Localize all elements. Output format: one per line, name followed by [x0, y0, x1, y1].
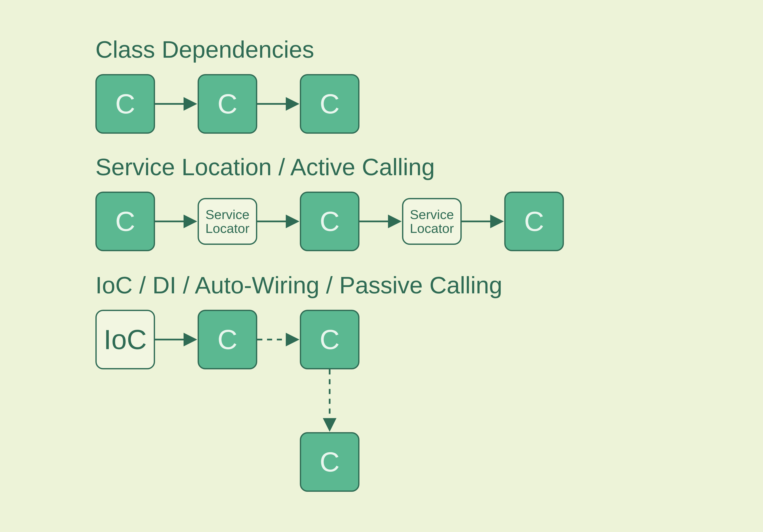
ioc-node-ioc: IoC: [95, 310, 155, 370]
node-label: C: [320, 448, 340, 477]
node-label: C: [320, 89, 340, 119]
node-label: C: [217, 89, 237, 119]
section-title-svc: Service Location / Active Calling: [95, 153, 435, 181]
node-label: C: [115, 207, 135, 236]
svc-node-sl1: Service Locator: [198, 198, 257, 245]
svc-node-c2: C: [300, 192, 360, 251]
svc-node-sl2: Service Locator: [402, 198, 462, 245]
deps-node-c2: C: [198, 74, 257, 134]
svc-node-c1: C: [95, 192, 155, 251]
deps-node-c3: C: [300, 74, 360, 134]
node-label: C: [115, 89, 135, 119]
svc-node-c3: C: [504, 192, 564, 251]
node-label: Service Locator: [205, 208, 250, 235]
node-label: IoC: [104, 325, 147, 354]
node-label: C: [524, 207, 544, 236]
node-label: Service Locator: [410, 208, 454, 235]
ioc-node-c1: C: [198, 310, 257, 370]
node-label: C: [217, 325, 237, 354]
diagram-canvas: Class Dependencies C C C Service Locatio…: [0, 0, 763, 532]
ioc-node-c3: C: [300, 432, 360, 492]
section-title-deps: Class Dependencies: [95, 36, 314, 63]
deps-node-c1: C: [95, 74, 155, 134]
section-title-ioc: IoC / DI / Auto-Wiring / Passive Calling: [95, 271, 502, 299]
node-label: C: [320, 207, 340, 236]
ioc-node-c2: C: [300, 310, 360, 370]
node-label: C: [320, 325, 340, 354]
